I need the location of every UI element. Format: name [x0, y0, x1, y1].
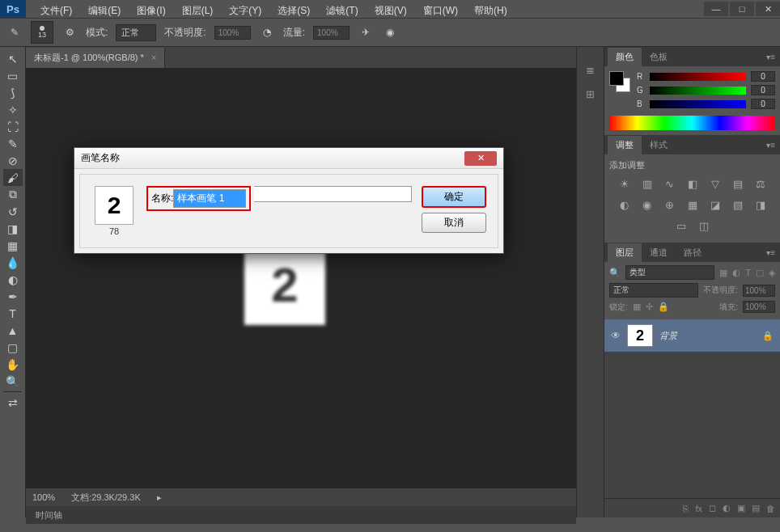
- blur-tool[interactable]: 💧: [3, 254, 23, 271]
- brush-tool[interactable]: 🖌: [3, 169, 23, 186]
- tab-channels[interactable]: 通道: [642, 243, 676, 262]
- properties-panel-icon[interactable]: ⊞: [581, 86, 600, 102]
- threshold-icon[interactable]: ◨: [752, 197, 769, 212]
- blend-mode-select[interactable]: 正常: [116, 24, 156, 41]
- tab-color[interactable]: 颜色: [608, 48, 642, 66]
- lock-all-icon[interactable]: 🔒: [658, 302, 669, 312]
- layer-blend-mode-select[interactable]: 正常: [609, 283, 698, 298]
- r-value[interactable]: 0: [751, 71, 775, 82]
- delete-layer-icon[interactable]: 🗑: [766, 504, 775, 513]
- filter-type-icon[interactable]: T: [745, 268, 751, 277]
- dodge-tool[interactable]: ◐: [3, 271, 23, 288]
- pen-tool[interactable]: ✒: [3, 288, 23, 305]
- magic-wand-tool[interactable]: ✧: [3, 101, 23, 118]
- g-value[interactable]: 0: [751, 85, 775, 95]
- hand-tool[interactable]: ✋: [3, 356, 23, 373]
- menu-layer[interactable]: 图层(L): [174, 2, 222, 19]
- type-tool[interactable]: T: [3, 305, 23, 322]
- adjustments-panel-menu-icon[interactable]: ▾≡: [761, 141, 780, 150]
- eyedropper-tool[interactable]: ✎: [3, 135, 23, 152]
- shape-tool[interactable]: ▢: [3, 339, 23, 356]
- pressure-opacity-icon[interactable]: ◔: [259, 24, 275, 40]
- layer-row[interactable]: 👁 2 背景 🔒: [604, 319, 780, 352]
- g-slider[interactable]: [650, 87, 746, 95]
- gradient-map-icon[interactable]: ▭: [673, 218, 689, 233]
- timeline-panel[interactable]: 时间轴: [26, 506, 576, 524]
- airbrush-icon[interactable]: ✈: [358, 24, 374, 40]
- ok-button[interactable]: 确定: [422, 186, 486, 208]
- lookup-icon[interactable]: ▦: [685, 197, 701, 212]
- layers-panel-menu-icon[interactable]: ▾≡: [761, 248, 780, 257]
- tab-layers[interactable]: 图层: [608, 243, 642, 262]
- hue-icon[interactable]: ▤: [730, 176, 746, 191]
- lock-pixels-icon[interactable]: ▦: [633, 302, 641, 312]
- color-swatches[interactable]: [609, 71, 630, 92]
- color-spectrum[interactable]: [609, 116, 775, 130]
- balance-icon[interactable]: ⚖: [752, 176, 769, 191]
- menu-select[interactable]: 选择(S): [269, 2, 318, 19]
- tab-styles[interactable]: 样式: [642, 136, 676, 154]
- new-adjustment-icon[interactable]: ◐: [723, 503, 731, 513]
- dialog-close-button[interactable]: ✕: [464, 151, 497, 166]
- new-layer-icon[interactable]: ▤: [752, 503, 760, 513]
- menu-edit[interactable]: 编辑(E): [80, 2, 129, 19]
- layer-fill-input[interactable]: 100%: [743, 301, 775, 313]
- tab-swatches[interactable]: 色板: [642, 48, 676, 66]
- brush-name-input[interactable]: 样本画笔 1: [173, 189, 246, 208]
- menu-type[interactable]: 文字(Y): [221, 2, 269, 19]
- color-panel-menu-icon[interactable]: ▾≡: [761, 53, 780, 61]
- search-icon[interactable]: 🔍: [609, 268, 621, 278]
- maximize-button[interactable]: □: [730, 2, 754, 16]
- levels-icon[interactable]: ▥: [639, 176, 655, 191]
- menu-view[interactable]: 视图(V): [367, 2, 415, 19]
- invert-icon[interactable]: ◪: [707, 197, 723, 212]
- document-tab[interactable]: 未标题-1 @ 100%(RGB/8) * ×: [26, 48, 165, 68]
- filter-pixel-icon[interactable]: ▦: [719, 268, 727, 278]
- brush-preset-picker[interactable]: 13: [31, 21, 53, 44]
- posterize-icon[interactable]: ▧: [730, 197, 746, 212]
- selective-color-icon[interactable]: ◫: [696, 218, 712, 233]
- clone-stamp-tool[interactable]: ⧉: [3, 186, 23, 203]
- r-slider[interactable]: [650, 73, 746, 81]
- visibility-icon[interactable]: 👁: [611, 330, 621, 341]
- crop-tool[interactable]: ⛶: [3, 118, 23, 135]
- brush-panel-icon[interactable]: ⚙: [61, 24, 78, 40]
- pressure-size-icon[interactable]: ◉: [382, 24, 398, 40]
- filter-adjust-icon[interactable]: ◐: [732, 268, 740, 278]
- tab-paths[interactable]: 路径: [676, 243, 710, 262]
- tool-preset-icon[interactable]: ✎: [6, 24, 23, 40]
- photo-filter-icon[interactable]: ◉: [639, 197, 655, 212]
- gradient-tool[interactable]: ▦: [3, 237, 23, 254]
- filter-smart-icon[interactable]: ◈: [769, 268, 775, 278]
- move-tool[interactable]: ↖: [3, 50, 23, 67]
- menu-file[interactable]: 文件(F): [32, 2, 80, 19]
- menu-filter[interactable]: 滤镜(T): [318, 2, 366, 19]
- opacity-input[interactable]: 100%: [214, 26, 251, 40]
- close-window-button[interactable]: ✕: [756, 2, 780, 16]
- history-panel-icon[interactable]: ≣: [581, 61, 600, 78]
- zoom-tool[interactable]: 🔍: [3, 373, 23, 390]
- brush-name-input-rest[interactable]: [254, 186, 412, 202]
- layer-style-icon[interactable]: fx: [695, 504, 702, 513]
- layer-mask-icon[interactable]: ◻: [709, 503, 716, 513]
- link-layers-icon[interactable]: ⎘: [683, 504, 689, 513]
- layer-name[interactable]: 背景: [659, 330, 756, 342]
- tab-adjustments[interactable]: 调整: [608, 136, 642, 154]
- flow-input[interactable]: 100%: [313, 26, 350, 40]
- foreground-color[interactable]: [609, 71, 624, 86]
- path-select-tool[interactable]: ▲: [3, 322, 23, 339]
- channel-mixer-icon[interactable]: ⊕: [662, 197, 678, 212]
- exposure-icon[interactable]: ◧: [685, 176, 701, 191]
- menu-image[interactable]: 图像(I): [129, 2, 173, 19]
- lasso-tool[interactable]: ⟆: [3, 84, 23, 101]
- bw-icon[interactable]: ◐: [617, 197, 633, 212]
- dialog-titlebar[interactable]: 画笔名称 ✕: [74, 148, 503, 169]
- minimize-button[interactable]: —: [704, 2, 728, 16]
- healing-brush-tool[interactable]: ⊘: [3, 152, 23, 169]
- layer-thumbnail[interactable]: 2: [627, 324, 653, 347]
- status-chevron-icon[interactable]: ▸: [157, 492, 162, 503]
- brightness-icon[interactable]: ☀: [617, 176, 633, 191]
- lock-position-icon[interactable]: ✢: [646, 302, 653, 312]
- vibrance-icon[interactable]: ▽: [707, 176, 723, 191]
- filter-shape-icon[interactable]: ▢: [756, 268, 764, 278]
